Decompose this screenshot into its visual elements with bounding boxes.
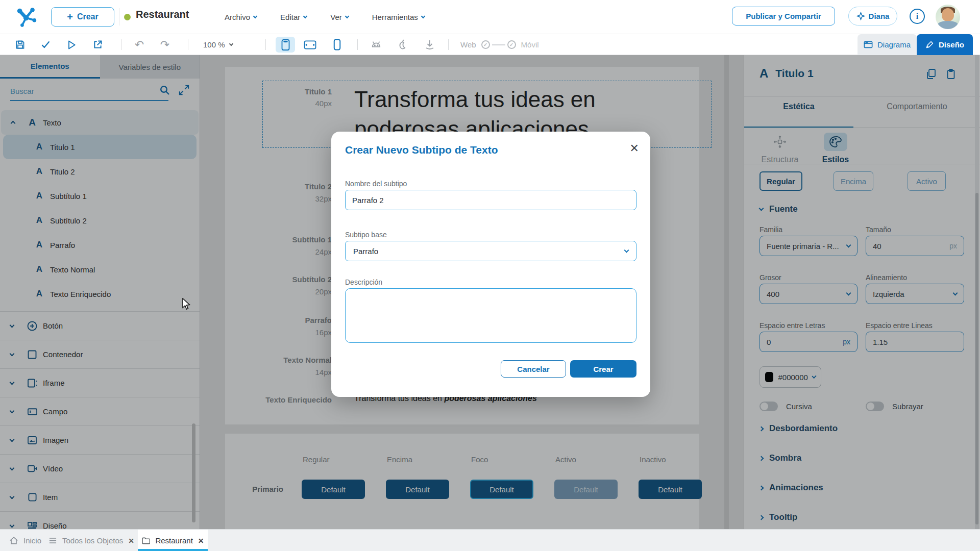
create-button[interactable]: + Crear (51, 7, 114, 27)
stack-icon (48, 537, 57, 544)
cancel-button[interactable]: Cancelar (501, 360, 566, 378)
header-divider (119, 8, 119, 26)
web-label: Web (460, 40, 476, 49)
toolbar: ↶ ↷ 100 % (0, 34, 980, 55)
plus-icon: + (67, 12, 73, 22)
chevron-down-icon (253, 14, 257, 18)
chevron-down-icon (229, 42, 233, 46)
sparkle-icon (856, 12, 865, 20)
design-pen-icon (925, 40, 934, 49)
toolbar-divider (357, 39, 358, 50)
bottom-tab-bar: Inicio Todos los Objetos ✕ Restaurant ✕ (0, 529, 980, 551)
movil-check-icon[interactable]: ✓ (507, 40, 516, 49)
top-header: + Crear Restaurant Archivo Editar Ver He… (0, 0, 980, 34)
redo-icon[interactable]: ↷ (158, 34, 172, 55)
toolbar-divider (448, 39, 449, 50)
download-build-icon[interactable] (423, 34, 437, 55)
close-icon[interactable]: ✕ (128, 537, 134, 545)
toolbar-divider (265, 39, 266, 50)
bottom-tab-inicio[interactable]: Inicio (9, 530, 41, 551)
android-icon[interactable] (369, 34, 384, 55)
mouse-cursor (182, 298, 191, 310)
home-icon (9, 536, 18, 545)
zoom-level-control[interactable]: 100 % (203, 34, 233, 55)
publish-share-button[interactable]: Publicar y Compartir (732, 7, 835, 26)
menu-label: Herramientas (372, 13, 418, 21)
folder-icon (141, 537, 150, 544)
platform-toggle: Web ✓ ✓ Móvil (460, 34, 539, 55)
diagram-window-icon (864, 41, 873, 48)
chevron-down-icon (303, 14, 307, 18)
movil-label: Móvil (521, 40, 539, 49)
menu-herramientas[interactable]: Herramientas (372, 13, 425, 21)
device-mobile-icon[interactable] (331, 34, 343, 55)
menu-archivo[interactable]: Archivo (225, 13, 257, 21)
close-icon[interactable]: ✕ (198, 537, 204, 545)
menu-label: Ver (330, 13, 342, 21)
create-confirm-button[interactable]: Crear (570, 360, 636, 378)
base-subtype-label: Subtipo base (345, 231, 387, 239)
base-subtype-value: Parrafo (353, 247, 378, 256)
menu-ver[interactable]: Ver (330, 13, 349, 21)
subtype-name-input[interactable] (345, 190, 636, 210)
app-window: + Crear Restaurant Archivo Editar Ver He… (0, 0, 980, 551)
info-icon[interactable]: i (910, 9, 925, 24)
bottom-tab-todos-los-objetos[interactable]: Todos los Objetos ✕ (48, 530, 134, 551)
bottom-tab-label: Restaurant (155, 536, 192, 545)
toggle-connector (492, 44, 505, 45)
user-avatar[interactable] (936, 5, 960, 29)
avatar-face (942, 8, 954, 21)
apple-icon[interactable] (395, 34, 409, 55)
view-mode-tabs: Diagrama Diseño (857, 34, 973, 55)
active-tab-underline (138, 549, 208, 551)
toolbar-divider (188, 39, 188, 50)
assistant-diana-button[interactable]: Diana (848, 7, 897, 26)
description-label: Descripción (345, 278, 382, 286)
project-status-dot (124, 14, 131, 20)
save-icon[interactable] (13, 34, 27, 55)
menu-bar: Archivo Editar Ver Herramientas (225, 0, 425, 34)
bottom-tab-restaurant[interactable]: Restaurant ✕ (138, 530, 208, 551)
project-title: Restaurant (136, 9, 189, 20)
close-icon[interactable]: ✕ (630, 142, 639, 155)
device-desktop-icon[interactable] (276, 37, 295, 53)
export-icon[interactable] (91, 34, 104, 55)
validate-check-icon[interactable] (39, 34, 52, 55)
assistant-label: Diana (869, 12, 890, 20)
device-tablet-icon[interactable] (302, 34, 317, 55)
zoom-level-value: 100 % (203, 40, 225, 49)
menu-label: Editar (280, 13, 300, 21)
toolbar-divider (121, 39, 121, 50)
tab-diseno[interactable]: Diseño (917, 34, 973, 55)
menu-editar[interactable]: Editar (280, 13, 307, 21)
modal-title: Crear Nuevo Subtipo de Texto (345, 144, 498, 156)
web-check-icon[interactable]: ✓ (481, 40, 490, 49)
app-logo-icon[interactable] (15, 5, 39, 29)
subtype-name-label: Nombre del subtipo (345, 180, 407, 188)
chevron-down-icon (624, 248, 629, 253)
base-subtype-select[interactable]: Parrafo (345, 241, 636, 261)
description-textarea[interactable] (345, 288, 636, 343)
undo-icon[interactable]: ↶ (133, 34, 146, 55)
info-glyph: i (916, 12, 918, 21)
chevron-down-icon (421, 14, 425, 18)
tab-diagrama-label: Diagrama (877, 40, 911, 49)
bottom-tab-label: Todos los Objetos (62, 536, 123, 545)
tab-diseno-label: Diseño (939, 40, 964, 49)
create-subtype-modal: Crear Nuevo Subtipo de Texto ✕ Nombre de… (331, 132, 650, 397)
run-play-icon[interactable] (65, 34, 78, 55)
menu-label: Archivo (225, 13, 250, 21)
create-button-label: Crear (77, 12, 99, 21)
avatar-shirt (938, 21, 958, 29)
tab-diagrama[interactable]: Diagrama (857, 34, 917, 55)
chevron-down-icon (345, 14, 349, 18)
bottom-tab-label: Inicio (23, 536, 41, 545)
